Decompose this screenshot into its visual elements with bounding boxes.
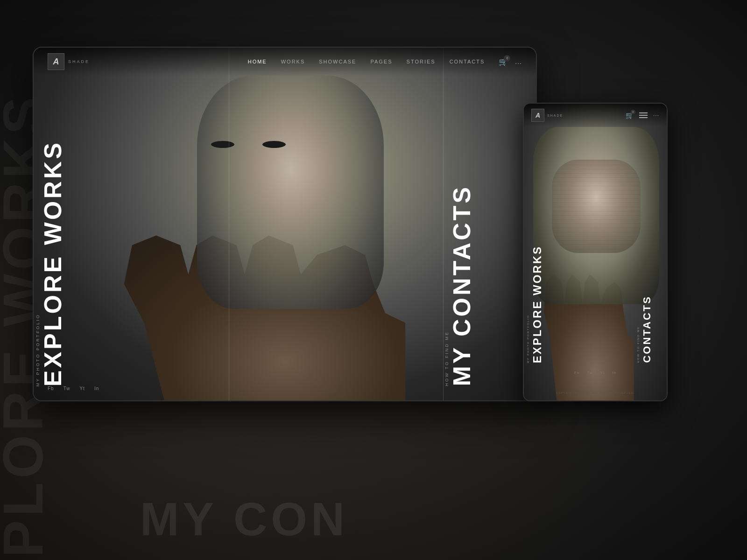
explore-title: EXPLORE WORKS: [42, 140, 64, 386]
contacts-text-block[interactable]: HOW TO FIND ME MY CONTACTS: [443, 185, 527, 386]
mobile-social-links: Fb Tw Yt In: [524, 371, 667, 375]
logo-letter: A: [53, 57, 59, 67]
mobile-portrait-detail: [552, 160, 641, 253]
mobile-footer-text: COPYRIGHT © 2020. ALL RIGHTS RESERVED.: [556, 392, 635, 394]
social-tw[interactable]: Tw: [63, 386, 70, 391]
hamburger-line-2: [639, 115, 648, 116]
mobile-social-fb[interactable]: Fb: [574, 371, 579, 375]
nav-link-pages[interactable]: PAGES: [370, 59, 392, 64]
cart-icon[interactable]: 🛒 0: [499, 57, 508, 66]
nav-link-home[interactable]: HOME: [248, 59, 267, 64]
nav-link-works[interactable]: WORKS: [281, 59, 305, 64]
mobile-contacts-block[interactable]: HOW TO FIND ME CONTACTS: [634, 295, 663, 363]
contacts-title: MY CONTACTS: [451, 185, 473, 386]
mobile-social-tw[interactable]: Tw: [587, 371, 592, 375]
mobile-explore-block[interactable]: MY PHOTO PORTFOLIO EXPLORE WORKS: [524, 245, 561, 363]
hamburger-menu[interactable]: [639, 112, 648, 118]
mobile-explore-title: EXPLORE WORKS: [532, 245, 543, 363]
social-in[interactable]: In: [94, 386, 99, 391]
nav-link-contacts[interactable]: CONTACTS: [450, 59, 485, 64]
tablet-logo[interactable]: A SHADE: [48, 53, 90, 70]
more-icon[interactable]: ...: [515, 58, 522, 65]
nav-icons: 🛒 0 ...: [499, 57, 522, 66]
hamburger-line-1: [639, 112, 648, 113]
mobile-explore-section: MY PHOTO PORTFOLIO EXPLORE WORKS: [524, 104, 561, 400]
tablet-divider-right: [443, 48, 444, 400]
logo-icon: A: [48, 53, 64, 70]
mobile-footer: COPYRIGHT © 2020. ALL RIGHTS RESERVED.: [524, 387, 667, 396]
mobile-contacts-section: HOW TO FIND ME CONTACTS: [634, 104, 667, 400]
tablet-social-links: Fb Tw Yt In: [48, 386, 99, 391]
mobile-contacts-title: CONTACTS: [642, 295, 652, 363]
mobile-logo-icon: A: [531, 109, 544, 122]
hamburger-line-3: [639, 117, 648, 118]
tablet-mockup: A SHADE HOME WORKS SHOWCASE PAGES STORIE…: [33, 47, 537, 401]
nav-link-showcase[interactable]: SHOWCASE: [319, 59, 356, 64]
explore-text-block[interactable]: MY PHOTO PORTFOLIO EXPLORE WORKS: [34, 131, 230, 386]
mobile-navbar: A SHADE 🛒 0 ···: [524, 104, 667, 127]
mobile-explore-label: MY PHOTO PORTFOLIO: [527, 315, 529, 363]
nav-link-stories[interactable]: STORIES: [407, 59, 436, 64]
mobile-nav-icons: 🛒 0 ···: [626, 112, 659, 119]
tablet-explore-section: MY PHOTO PORTFOLIO EXPLORE WORKS: [34, 48, 230, 400]
mobile-mockup: A SHADE 🛒 0 ··· MY PHOTO PORTFOLIO: [523, 103, 668, 401]
mobile-social-yt[interactable]: Yt: [600, 371, 605, 375]
logo-text: SHADE: [68, 59, 90, 64]
mobile-contacts-label: HOW TO FIND ME: [637, 326, 640, 363]
social-fb[interactable]: Fb: [48, 386, 54, 391]
tablet-divider-left: [229, 48, 229, 400]
tablet-navbar: A SHADE HOME WORKS SHOWCASE PAGES STORIE…: [34, 48, 536, 76]
mobile-logo[interactable]: A SHADE: [531, 109, 563, 122]
portrait-right-eye: [262, 141, 286, 148]
social-yt[interactable]: Yt: [79, 386, 85, 391]
cart-badge: 0: [504, 55, 510, 62]
mobile-social-in[interactable]: In: [612, 371, 616, 375]
tablet-contacts-section: HOW TO FIND ME MY CONTACTS: [443, 48, 536, 400]
mycon-overlay-text: MY CON: [140, 492, 348, 546]
mobile-logo-text: SHADE: [547, 114, 563, 117]
mobile-cart-icon[interactable]: 🛒 0: [626, 112, 634, 119]
nav-links: HOME WORKS SHOWCASE PAGES STORIES CONTAC…: [248, 59, 485, 64]
mobile-more-icon[interactable]: ···: [653, 112, 659, 119]
mobile-cart-badge: 0: [631, 110, 635, 114]
